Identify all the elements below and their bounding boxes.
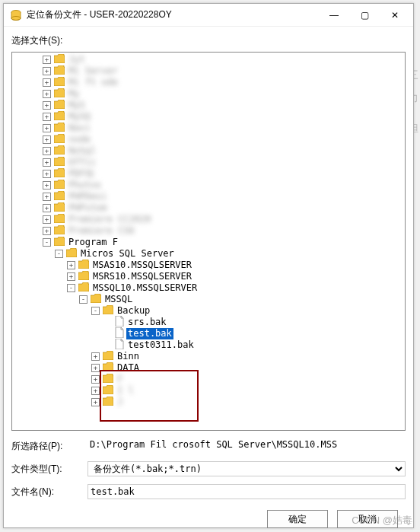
tree-folder[interactable]: -Backup (12, 305, 405, 317)
expand-icon[interactable]: + (43, 204, 51, 212)
tree-file[interactable]: test.bak (12, 328, 405, 339)
tree-node-label[interactable]: NoSql (67, 145, 97, 157)
tree-node-label[interactable]: DATA (116, 362, 141, 374)
expand-icon[interactable]: + (43, 124, 51, 132)
tree-folder[interactable]: +Offic (12, 157, 405, 168)
tree-folder[interactable]: +Binn (12, 351, 405, 362)
expand-icon[interactable]: + (91, 375, 100, 384)
tree-node-label[interactable]: MyS (67, 100, 87, 111)
collapse-icon[interactable]: - (91, 307, 100, 315)
tree-folder[interactable]: +Photos (12, 180, 405, 191)
expand-icon[interactable]: + (43, 90, 51, 98)
tree-folder[interactable]: +DATA (12, 362, 405, 374)
tree-node-label[interactable]: Mi Server (67, 65, 119, 77)
folder-icon (101, 362, 116, 374)
ok-button[interactable]: 确定 (267, 510, 328, 528)
tree-folder[interactable]: +PHPstom (12, 202, 405, 214)
tree-folder[interactable]: +PHPDesi (12, 191, 405, 202)
collapse-icon[interactable]: - (67, 284, 75, 292)
file-tree[interactable]: +Jyt+Mi Server+Mi ft ode+My+MyS+MySQ+Nav… (11, 52, 406, 431)
minimize-button[interactable]: — (319, 5, 349, 26)
expand-icon[interactable]: + (43, 193, 51, 201)
collapse-icon[interactable]: - (79, 295, 88, 304)
expand-icon[interactable]: + (43, 67, 51, 75)
tree-node-label[interactable]: PHPDesi (67, 191, 109, 202)
tree-node-label[interactable]: Micros SQL Server (79, 248, 176, 260)
expand-icon[interactable]: + (43, 215, 51, 224)
expand-icon[interactable]: + (43, 101, 51, 110)
tree-folder[interactable]: +Jyt (12, 54, 405, 65)
tree-folder[interactable]: -MSSQL (12, 294, 405, 305)
tree-node-label[interactable]: Mi ft ode (67, 77, 119, 88)
tree-node-label[interactable]: Program F (67, 237, 119, 248)
tree-node-label[interactable]: Premiere CS6 (67, 225, 136, 237)
tree-folder[interactable]: -MSSQL10.MSSQLSERVER (12, 282, 405, 294)
tree-file[interactable]: test0311.bak (12, 339, 405, 351)
tree-node-label[interactable]: F (116, 374, 124, 385)
tree-folder[interactable]: +Mi ft ode (12, 77, 405, 88)
expand-icon[interactable]: + (43, 56, 51, 64)
tree-folder[interactable]: +F (12, 374, 405, 385)
file-name-input[interactable] (88, 484, 406, 499)
tree-node-label[interactable]: My (67, 88, 81, 100)
expand-icon[interactable]: + (43, 78, 51, 87)
expand-icon[interactable]: + (43, 135, 51, 144)
tree-node-label[interactable]: node (67, 134, 92, 145)
tree-node-label[interactable]: test.bak (126, 328, 173, 339)
maximize-button[interactable]: ▢ (349, 5, 380, 26)
expand-icon[interactable]: + (91, 352, 100, 361)
expand-icon[interactable]: + (43, 147, 51, 155)
tree-node-label[interactable]: MySQ (67, 111, 92, 123)
tree-folder[interactable]: +Mi Server (12, 65, 405, 77)
tree-folder[interactable]: +MSRS10.MSSQLSERVER (12, 271, 405, 282)
expand-icon[interactable]: + (43, 181, 51, 190)
collapse-icon[interactable]: - (43, 238, 51, 247)
expand-icon[interactable]: + (91, 364, 100, 372)
tree-folder[interactable]: +I l (12, 385, 405, 397)
tree-node-label[interactable]: MSSQL10.MSSQLSERVER (91, 282, 199, 294)
tree-node-label[interactable]: Navi (67, 123, 92, 134)
folder-icon (52, 54, 67, 66)
tree-node-label[interactable]: J (116, 397, 124, 408)
file-type-select[interactable]: 备份文件(*.bak;*.trn) (88, 461, 406, 476)
expand-icon[interactable]: + (91, 398, 100, 406)
tree-node-label[interactable]: MSRS10.MSSQLSERVER (91, 271, 193, 282)
tree-folder[interactable]: +MSAS10.MSSQLSERVER (12, 260, 405, 271)
collapse-icon[interactable]: - (55, 250, 63, 258)
tree-folder[interactable]: +J (12, 397, 405, 408)
tree-node-label[interactable]: PHPstom (67, 202, 109, 214)
tree-node-label[interactable]: PDF转 (67, 168, 96, 180)
tree-folder[interactable]: +NoSql (12, 145, 405, 157)
tree-folder[interactable]: -Program F (12, 237, 405, 248)
tree-node-label[interactable]: Premiere CC2020 (67, 214, 152, 225)
tree-file[interactable]: srs.bak (12, 317, 405, 328)
tree-folder[interactable]: +MySQ (12, 111, 405, 123)
tree-folder[interactable]: +My (12, 88, 405, 100)
tree-node-label[interactable]: Jyt (67, 54, 87, 65)
tree-folder[interactable]: +Navi (12, 123, 405, 134)
tree-node-label[interactable]: I l (116, 385, 135, 397)
tree-folder[interactable]: +node (12, 134, 405, 145)
tree-node-label[interactable]: MSSQL (103, 294, 134, 305)
tree-folder[interactable]: -Micros SQL Server (12, 248, 405, 260)
folder-icon (101, 397, 116, 409)
folder-icon (52, 145, 67, 158)
tree-folder[interactable]: +Premiere CS6 (12, 225, 405, 237)
expand-icon[interactable]: + (67, 261, 75, 269)
tree-folder[interactable]: +MyS (12, 100, 405, 111)
tree-folder[interactable]: +Premiere CC2020 (12, 214, 405, 225)
tree-node-label[interactable]: test0311.bak (126, 339, 196, 351)
expand-icon[interactable]: + (43, 170, 51, 178)
expand-icon[interactable]: + (43, 227, 51, 235)
tree-node-label[interactable]: srs.bak (126, 317, 168, 328)
tree-node-label[interactable]: Offic (67, 157, 97, 168)
expand-icon[interactable]: + (91, 387, 100, 395)
expand-icon[interactable]: + (43, 158, 51, 167)
close-button[interactable]: ✕ (380, 5, 410, 26)
expand-icon[interactable]: + (67, 272, 75, 281)
tree-node-label[interactable]: MSAS10.MSSQLSERVER (91, 260, 193, 271)
tree-node-label[interactable]: Photos (67, 180, 103, 191)
tree-folder[interactable]: +PDF转 (12, 168, 405, 180)
expand-icon[interactable]: + (43, 113, 51, 121)
tree-node-label[interactable]: Binn (116, 351, 141, 362)
